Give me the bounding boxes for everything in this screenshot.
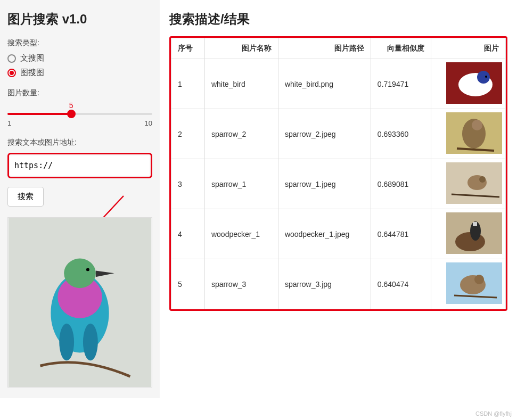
result-thumbnail <box>446 162 502 204</box>
cell-similarity: 0.644781 <box>371 209 431 259</box>
svg-rect-21 <box>473 222 477 226</box>
image-count-slider[interactable]: 5 <box>7 103 152 115</box>
results-table: 序号 图片名称 图片路径 向量相似度 图片 1 white_bird white… <box>171 38 506 309</box>
query-image-preview <box>7 217 152 388</box>
cell-index: 1 <box>171 59 205 109</box>
cell-similarity: 0.689081 <box>371 159 431 209</box>
cell-name: sparrow_2 <box>204 109 278 159</box>
col-similarity: 向量相似度 <box>371 38 431 59</box>
col-path: 图片路径 <box>278 38 371 59</box>
result-thumbnail <box>446 262 502 304</box>
search-type-radio-group: 文搜图 图搜图 <box>7 53 152 78</box>
radio-text-search[interactable]: 文搜图 <box>7 53 152 63</box>
cell-index: 5 <box>171 259 205 309</box>
svg-point-24 <box>474 275 484 284</box>
cell-name: sparrow_3 <box>204 259 278 309</box>
url-input-highlight <box>7 153 152 178</box>
cell-index: 3 <box>171 159 205 209</box>
svg-point-5 <box>86 268 89 271</box>
svg-point-11 <box>485 76 487 78</box>
watermark: CSDN @flyfhj <box>475 410 512 417</box>
cell-path: sparrow_2.jpeg <box>278 109 371 159</box>
cell-name: sparrow_1 <box>204 159 278 209</box>
cell-index: 4 <box>171 209 205 259</box>
col-name: 图片名称 <box>204 38 278 59</box>
slider-min: 1 <box>7 119 11 127</box>
slider-max: 10 <box>145 119 152 127</box>
table-row: 2 sparrow_2 sparrow_2.jpeg 0.693360 <box>171 109 506 159</box>
slider-value: 5 <box>69 101 73 110</box>
radio-icon <box>7 54 16 63</box>
svg-point-7 <box>83 324 98 361</box>
svg-point-19 <box>455 232 485 251</box>
cell-path: sparrow_3.jpg <box>278 259 371 309</box>
col-image: 图片 <box>431 38 505 59</box>
radio-label: 文搜图 <box>20 53 44 63</box>
cell-similarity: 0.693360 <box>371 109 431 159</box>
svg-point-17 <box>479 176 486 183</box>
col-index: 序号 <box>171 38 205 59</box>
cell-path: sparrow_1.jpeg <box>278 159 371 209</box>
url-input[interactable] <box>10 155 150 176</box>
url-input-label: 搜索文本或图片地址: <box>7 138 152 147</box>
cell-name: woodpecker_1 <box>204 209 278 259</box>
result-thumbnail <box>446 62 502 104</box>
cell-path: white_bird.png <box>278 59 371 109</box>
slider-thumb[interactable] <box>67 110 76 118</box>
svg-point-4 <box>64 259 96 289</box>
result-thumbnail <box>446 112 502 154</box>
cell-similarity: 0.640474 <box>371 259 431 309</box>
results-title: 搜索描述/结果 <box>169 11 507 28</box>
cell-similarity: 0.719471 <box>371 59 431 109</box>
cell-index: 2 <box>171 109 205 159</box>
radio-image-search[interactable]: 图搜图 <box>7 68 152 78</box>
cell-name: white_bird <box>204 59 278 109</box>
table-row: 5 sparrow_3 sparrow_3.jpg 0.640474 <box>171 259 506 309</box>
table-row: 3 sparrow_1 sparrow_1.jpeg 0.689081 <box>171 159 506 209</box>
radio-label: 图搜图 <box>20 68 44 78</box>
svg-point-10 <box>477 71 490 84</box>
search-type-label: 搜索类型: <box>7 38 152 48</box>
results-highlight-box: 序号 图片名称 图片路径 向量相似度 图片 1 white_bird white… <box>169 36 507 311</box>
search-button[interactable]: 搜索 <box>7 187 44 207</box>
app-title: 图片搜索 v1.0 <box>7 11 152 28</box>
table-row: 4 woodpecker_1 woodpecker_1.jpeg 0.64478… <box>171 209 506 259</box>
svg-point-14 <box>472 120 482 130</box>
table-row: 1 white_bird white_bird.png 0.719471 <box>171 59 506 109</box>
svg-point-6 <box>59 324 74 361</box>
cell-path: woodpecker_1.jpeg <box>278 209 371 259</box>
radio-icon <box>7 69 16 77</box>
image-count-label: 图片数量: <box>7 88 152 98</box>
result-thumbnail <box>446 212 502 254</box>
